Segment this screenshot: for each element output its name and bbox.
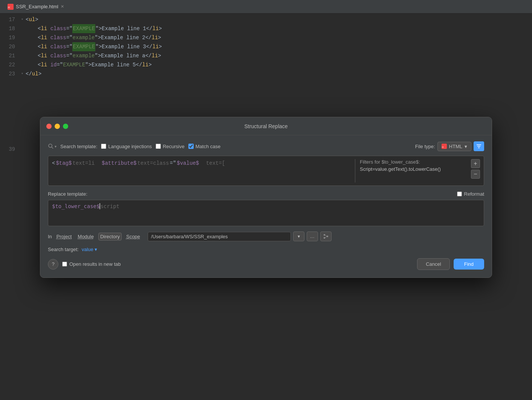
fold-icon-20	[21, 42, 25, 51]
cancel-button[interactable]: Cancel	[417, 258, 449, 270]
code-line-21: <li class="example">Example line a</li>	[21, 51, 532, 60]
fold-icon-22	[21, 60, 25, 69]
add-filter-btn[interactable]: +	[471, 159, 480, 168]
replace-template-label: Replace template:	[48, 191, 87, 197]
match-case-checkbox[interactable]	[188, 144, 194, 149]
directory-input-wrap: ▾ …	[148, 231, 332, 241]
search-target-section: Search target: value ▾	[48, 247, 484, 252]
scope-in-label: In	[48, 234, 52, 239]
code-line-22: <li id="EXAMPLE">Example line 5</li>	[21, 60, 532, 69]
directory-dropdown-btn[interactable]: ▾	[293, 231, 304, 241]
open-tab-checkbox[interactable]	[62, 262, 67, 267]
filters-title: Filters for $to_lower_case$:	[360, 159, 468, 165]
filter-button[interactable]	[474, 141, 484, 151]
scope-module-btn[interactable]: Module	[76, 233, 95, 240]
svg-rect-7	[324, 237, 325, 239]
tree-icon	[323, 234, 329, 239]
svg-text:H: H	[8, 6, 10, 9]
search-template-label: Search template:	[60, 144, 97, 149]
recursive-item[interactable]: Recursive	[156, 144, 185, 149]
directory-path-input[interactable]	[148, 232, 291, 241]
file-type-label: File type:	[415, 144, 435, 149]
reformat-item[interactable]: Reformat	[457, 191, 484, 197]
editor-tab[interactable]: H SSR_Example.html ✕	[3, 0, 69, 13]
find-button[interactable]: Find	[454, 259, 484, 270]
template-actions: + −	[471, 159, 480, 182]
replace-header: Replace template: Reformat	[48, 191, 484, 197]
line-numbers: 17 18 19 20 21 22 23	[0, 15, 20, 78]
fold-icon-19	[21, 33, 25, 42]
svg-rect-6	[324, 234, 325, 236]
more-line-numbers: 39	[0, 145, 20, 154]
svg-line-9	[325, 235, 327, 236]
open-tab-item[interactable]: Open results in new tab	[62, 261, 121, 267]
search-target-label: Search target:	[48, 247, 79, 252]
bottom-bar: ? Open results in new tab Cancel Find	[48, 258, 484, 270]
structural-replace-dialog: Structural Replace ▾ Search template: La…	[40, 117, 492, 278]
fold-icon-23[interactable]: ▾	[21, 69, 25, 78]
dialog-title: Structural Replace	[244, 123, 287, 129]
reformat-label: Reformat	[464, 191, 484, 197]
svg-line-3	[52, 147, 53, 149]
dialog-titlebar: Structural Replace	[40, 117, 492, 135]
svg-line-10	[325, 236, 327, 238]
browse-btn[interactable]: …	[307, 231, 318, 241]
traffic-lights[interactable]	[46, 124, 68, 129]
match-case-item[interactable]: Match case	[188, 144, 220, 149]
file-type-chevron-icon: ▾	[465, 144, 467, 149]
search-template-content: <$tag$ text=li $attribute$text=class ="$…	[52, 159, 351, 182]
close-window-btn[interactable]	[46, 124, 52, 129]
search-bar: ▾ Search template: Language injections R…	[48, 141, 484, 151]
dialog-body: ▾ Search template: Language injections R…	[40, 135, 492, 277]
file-type-value: HTML	[449, 144, 462, 149]
language-injections-label: Language injections	[108, 144, 152, 149]
code-line-20: <li class="EXAMPLE">Example line 3</li>	[21, 42, 532, 51]
replace-section: Replace template: Reformat $to_lower_cas…	[48, 191, 484, 226]
code-line-23: ▾ </ul>	[21, 69, 532, 78]
file-type-selector[interactable]: File type: H HTML ▾	[415, 141, 484, 151]
reformat-checkbox[interactable]	[457, 192, 462, 196]
maximize-window-btn[interactable]	[63, 124, 68, 129]
scope-project-btn[interactable]: Project	[55, 233, 73, 240]
replace-placeholder: script	[100, 203, 119, 209]
scope-directory-btn[interactable]: Directory	[98, 233, 122, 241]
recursive-checkbox[interactable]	[156, 144, 161, 149]
filters-panel: Filters for $to_lower_case$: Script=valu…	[355, 159, 468, 182]
recursive-label: Recursive	[163, 144, 185, 149]
tab-title: SSR_Example.html	[16, 4, 58, 9]
search-target-dropdown[interactable]: value ▾	[82, 247, 97, 252]
scope-section: In Project Module Directory Scope ▾ …	[48, 231, 484, 241]
scope-scope-btn[interactable]: Scope	[125, 233, 142, 240]
match-case-label: Match case	[196, 144, 220, 149]
code-line-19: <li class="example">Example line 2</li>	[21, 33, 532, 42]
html-icon: H	[442, 144, 447, 149]
language-injections-checkbox[interactable]	[101, 144, 106, 149]
search-target-value-text: value	[82, 247, 93, 252]
svg-text:H: H	[442, 146, 443, 148]
file-type-dropdown[interactable]: H HTML ▾	[437, 142, 471, 151]
replace-var: $to_lower_case$	[52, 203, 99, 209]
code-line-17: ▾ <ul>	[21, 15, 532, 24]
search-template-area[interactable]: <$tag$ text=li $attribute$text=class ="$…	[48, 156, 484, 186]
minimize-window-btn[interactable]	[55, 124, 60, 129]
fold-icon-18	[21, 24, 25, 33]
code-lines: ▾ <ul> <li class="EXAMPLE">Example line …	[20, 15, 532, 78]
code-line-18: <li class="EXAMPLE">Example line 1</li>	[21, 24, 532, 33]
svg-rect-8	[327, 236, 328, 237]
fold-icon-17[interactable]: ▾	[21, 15, 25, 24]
search-target-chevron-icon: ▾	[95, 247, 97, 252]
tab-bar: H SSR_Example.html ✕	[0, 0, 532, 14]
open-tab-label: Open results in new tab	[69, 261, 121, 267]
language-injections-item[interactable]: Language injections	[101, 144, 152, 149]
fold-icon-21	[21, 51, 25, 60]
search-icon: ▾	[48, 143, 57, 149]
replace-template-input[interactable]: $to_lower_case$script	[48, 200, 484, 226]
filters-value: Script=value.getText().toLowerCase()	[360, 166, 468, 172]
tab-close-btn[interactable]: ✕	[61, 4, 64, 9]
directory-tree-btn[interactable]	[320, 231, 332, 241]
svg-point-2	[49, 144, 52, 147]
filter-icon	[476, 144, 482, 149]
help-button[interactable]: ?	[48, 259, 58, 270]
remove-filter-btn[interactable]: −	[471, 170, 480, 179]
html-file-icon: H	[8, 4, 14, 10]
